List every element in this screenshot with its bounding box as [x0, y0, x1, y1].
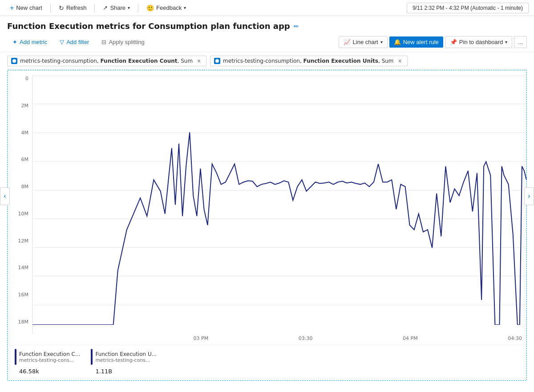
legend-value-0: 46.58k — [19, 366, 39, 375]
share-icon: ↗ — [103, 4, 108, 11]
separator-3 — [138, 4, 138, 12]
more-options-icon: ... — [518, 39, 523, 45]
nav-arrow-right[interactable]: › — [524, 187, 534, 205]
new-alert-rule-button[interactable]: 🔔 New alert rule — [389, 36, 443, 48]
chart-controls: 📈 Line chart ▾ 🔔 New alert rule 📌 Pin to… — [339, 36, 527, 48]
add-metric-button[interactable]: ✦ Add metric — [7, 36, 53, 48]
share-chevron-icon: ▾ — [128, 5, 130, 10]
feedback-icon: 🙂 — [146, 4, 154, 12]
alert-icon: 🔔 — [394, 39, 401, 45]
split-icon: ⊟ — [101, 39, 106, 45]
pin-chevron-icon: ▾ — [505, 40, 507, 44]
line-chart-icon: 📈 — [344, 39, 351, 45]
page-title: Function Execution metrics for Consumpti… — [7, 21, 290, 31]
filter-tag-icon-1 — [214, 58, 220, 64]
y-axis: 18M 16M 14M 12M 10M 8M 6M 4M 2M 0 — [8, 76, 32, 334]
chart-plot — [32, 76, 526, 334]
filter-tags: metrics-testing-consumption, Function Ex… — [0, 52, 534, 70]
apply-splitting-button[interactable]: ⊟ Apply splitting — [96, 36, 150, 48]
edit-icon[interactable]: ✏ — [294, 23, 299, 30]
legend-info-1: Function Execution U... metrics-testing-… — [95, 351, 157, 363]
x-axis: 03 PM 03:30 04 PM 04:30 — [8, 334, 526, 341]
metrics-toolbar: ✦ Add metric ▽ Add filter ⊟ Apply splitt… — [0, 34, 534, 52]
new-chart-button[interactable]: + New chart — [5, 2, 47, 14]
filter-tag-text-0: metrics-testing-consumption, Function Ex… — [20, 58, 193, 64]
add-metric-icon: ✦ — [12, 39, 17, 45]
time-range-button[interactable]: 9/11 2:32 PM - 4:32 PM (Automatic - 1 mi… — [407, 3, 529, 13]
legend-subtitle-1: metrics-testing-cons... — [95, 357, 157, 363]
x-axis-label-0430: 04:30 — [508, 335, 522, 341]
x-axis-label-0330: 03:30 — [299, 335, 313, 341]
legend-item-0: Function Execution C... metrics-testing-… — [15, 349, 80, 375]
chart-container: 18M 16M 14M 12M 10M 8M 6M 4M 2M 0 — [7, 70, 527, 381]
filter-tag-icon-0 — [11, 58, 17, 64]
share-button[interactable]: ↗ Share ▾ — [98, 3, 134, 13]
svg-point-1 — [215, 59, 219, 63]
x-axis-label-04pm: 04 PM — [403, 335, 418, 341]
add-filter-icon: ▽ — [60, 39, 64, 45]
nav-arrow-left[interactable]: ‹ — [0, 187, 10, 205]
filter-tag-close-0[interactable]: × — [195, 57, 202, 65]
pin-icon: 📌 — [450, 39, 457, 45]
legend-item-1: Function Execution U... metrics-testing-… — [91, 349, 157, 375]
filter-tag-close-1[interactable]: × — [396, 57, 404, 65]
legend-subtitle-0: metrics-testing-cons... — [19, 357, 80, 363]
filter-tag-text-1: metrics-testing-consumption, Function Ex… — [223, 58, 393, 64]
more-options-button[interactable]: ... — [514, 36, 527, 48]
x-axis-label-03pm: 03 PM — [194, 335, 209, 341]
filter-tag-0: metrics-testing-consumption, Function Ex… — [7, 56, 206, 66]
svg-point-0 — [12, 59, 16, 63]
line-chart-button[interactable]: 📈 Line chart ▾ — [339, 36, 388, 48]
refresh-icon: ↻ — [59, 4, 64, 12]
pin-to-dashboard-button[interactable]: 📌 Pin to dashboard ▾ — [445, 36, 512, 48]
refresh-button[interactable]: ↻ Refresh — [54, 3, 91, 13]
legend-info-0: Function Execution C... metrics-testing-… — [19, 351, 80, 363]
page-title-bar: Function Execution metrics for Consumpti… — [0, 16, 534, 34]
separator-1 — [50, 4, 51, 12]
filter-tag-1: metrics-testing-consumption, Function Ex… — [210, 56, 407, 66]
new-chart-icon: + — [10, 4, 14, 12]
legend-title-1: Function Execution U... — [95, 351, 157, 357]
legend-color-bar-1 — [91, 349, 93, 365]
legend-header-1: Function Execution U... metrics-testing-… — [91, 349, 157, 365]
add-filter-button[interactable]: ▽ Add filter — [54, 36, 94, 48]
separator-2 — [94, 4, 95, 12]
chart-inner: 18M 16M 14M 12M 10M 8M 6M 4M 2M 0 — [8, 76, 526, 334]
line-chart-chevron-icon: ▾ — [380, 40, 383, 44]
feedback-button[interactable]: 🙂 Feedback ▾ — [142, 3, 190, 13]
chart-legend: Function Execution C... metrics-testing-… — [8, 345, 526, 380]
feedback-chevron-icon: ▾ — [184, 5, 186, 10]
chart-svg — [32, 76, 526, 325]
legend-color-bar-0 — [15, 349, 16, 365]
legend-title-0: Function Execution C... — [19, 351, 80, 357]
legend-value-1: 1.11B — [95, 366, 112, 375]
top-toolbar: + New chart ↻ Refresh ↗ Share ▾ 🙂 Feedba… — [0, 0, 534, 16]
legend-header-0: Function Execution C... metrics-testing-… — [15, 349, 80, 365]
